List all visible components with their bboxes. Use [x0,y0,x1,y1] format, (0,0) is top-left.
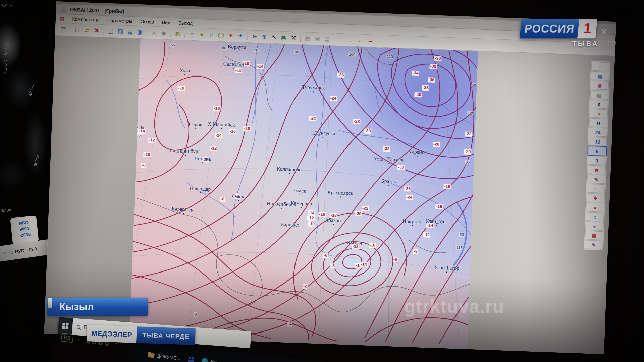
print-icon[interactable]: ▤ [58,25,68,34]
paste-icon[interactable]: ▤ [322,35,332,44]
preset-24-icon[interactable]: 24 [589,127,607,137]
contour-label: -34 [412,70,420,76]
flight-icon[interactable]: ✈ [236,32,245,41]
new-file-icon[interactable]: □ [72,25,82,35]
city-label: Киренск [408,148,427,155]
contour-label: -36 [428,77,435,83]
display-icon[interactable]: ▭ [3,251,7,256]
clock-text: 02.0 [29,246,37,252]
pointer-icon[interactable]: ↖ [269,33,279,42]
tile-horizontal-icon[interactable]: ▤ [125,27,135,37]
contour-label: -8 [413,249,419,254]
notes-panel-icon[interactable]: ▤ [591,71,609,81]
drop-tool-icon[interactable]: ◆ [159,28,168,38]
speaker-icon[interactable]: ◁ [9,250,13,255]
menu-item-Выход[interactable]: Выход [178,20,193,26]
color-stripes-icon[interactable]: ≡ [591,62,610,71]
image-tool-icon[interactable]: ▨ [590,90,608,100]
copy-icon[interactable]: ▣ [313,34,322,43]
contour-label: -18 [243,126,251,131]
edit-cell-icon[interactable]: ✎ [585,240,603,249]
pencil-tool-icon[interactable]: ✎ [587,174,605,184]
contour-label: -16 [213,106,221,111]
eye-tool-icon[interactable]: ◉ [590,81,609,90]
grid-cell-icon[interactable]: ▦ [585,231,603,240]
hammer-icon[interactable]: ⚒ [289,33,298,42]
antenna-tool-icon[interactable]: Ψ [586,193,605,202]
menu-item-Обзор[interactable]: Обзор [140,19,154,24]
contour-label: -14 [257,64,264,69]
zoom-in-icon[interactable]: ⊕ [260,32,269,41]
window-title: ОКЕАН 2011 - [Грибы] [70,7,124,14]
record-tool-icon[interactable]: ● [585,221,604,231]
menu-item-Вид[interactable]: Вид [162,20,171,25]
grid-label: 120 [467,111,475,115]
contour-label: -38 [422,85,430,91]
city-label: Туруханск [302,84,325,91]
contour-label: -22 [309,116,317,121]
speaker-tool-icon[interactable]: ◄ [589,109,608,118]
move-right-icon[interactable]: → [366,36,375,45]
cascade-windows-icon[interactable]: ◫ [106,27,115,36]
contour-label: -26 [337,72,345,78]
zoom-out-icon[interactable]: ⊖ [250,32,259,41]
add-tool-icon[interactable]: + [587,184,605,193]
dots-grid-icon[interactable]: :: [586,212,604,221]
screen-icon[interactable]: ▣ [279,33,288,42]
city-label: Колпашево [277,166,302,173]
city-label: Салехард [223,61,244,67]
taskbar-app-label: Комплек... [211,359,233,362]
contour-label: -4 [287,321,292,327]
contour-label: -6 [220,197,225,202]
edge-browser[interactable]: Комплек... [202,358,233,362]
blank-page-icon[interactable]: ▯ [207,31,216,40]
city-label: Кемерово [290,200,312,207]
bluegrid-icon [188,357,194,362]
move-down-icon[interactable]: ↓ [346,36,356,45]
system-menu-icon[interactable]: ▤ [60,16,64,21]
grid-label: 90 [294,50,299,54]
region-oval-icon[interactable]: ◯ [216,31,226,40]
language-indicator[interactable]: РУС [15,248,25,254]
move-up-icon[interactable]: ↑ [336,35,346,44]
close-icon[interactable]: ✕ [601,27,607,36]
city-label: Иркутск [402,218,421,225]
toolbar-separator [103,27,104,35]
compass-star-icon[interactable]: ✦ [226,31,235,40]
city-label: Красноярск [327,189,353,196]
blue-grid-app[interactable] [188,357,194,362]
contour-label: -28 [433,142,440,147]
bulb-icon[interactable]: ● [197,30,206,39]
contour-label: -26 [404,186,412,192]
contour-label: -22 [362,206,369,211]
documents-folder[interactable]: ДОКУМЕ... [148,352,181,361]
preset-12-icon[interactable]: 12 [588,137,607,146]
menu-item-Параметры[interactable]: Параметры [107,18,132,24]
home-icon[interactable]: ⌂ [187,29,197,39]
menu-item-Компоненты[interactable]: Компоненты [72,16,99,23]
city-label: Воркута [228,44,246,50]
image-layers-icon[interactable]: ▨ [173,29,182,38]
delete-icon[interactable]: ✖ [92,26,101,35]
single-window-icon[interactable]: ▣ [135,28,145,37]
tile-vertical-icon[interactable]: ▥ [116,27,125,36]
preset-6-icon[interactable]: 6 [588,146,606,156]
letter-k-icon[interactable]: К [590,100,608,109]
move-left-icon[interactable]: ← [356,36,365,45]
city-label: Тюмень [194,155,211,162]
location-banner-text: Кызыл [59,301,94,312]
station-watermark: gtrktuva.ru [404,296,504,317]
contour-label: -22 [465,131,472,137]
channel-logo-number: 1 [577,19,597,38]
open-folder-icon[interactable]: ▱ [82,26,92,35]
city-label: Омск [232,193,244,200]
city-label: Х.Мансийск [208,121,235,128]
preset-3-icon[interactable]: 3 [588,156,606,165]
contour-label: -6 [323,253,328,258]
contour-label: -14 [308,210,315,216]
delete-tool-icon[interactable]: ✖ [587,165,606,174]
letter-n-icon[interactable]: Н [589,118,607,127]
branch-tool-icon[interactable]: ⋏ [149,28,159,37]
waves-tool-icon[interactable]: » [586,202,604,212]
sheet-icon[interactable]: ▦ [303,34,312,43]
